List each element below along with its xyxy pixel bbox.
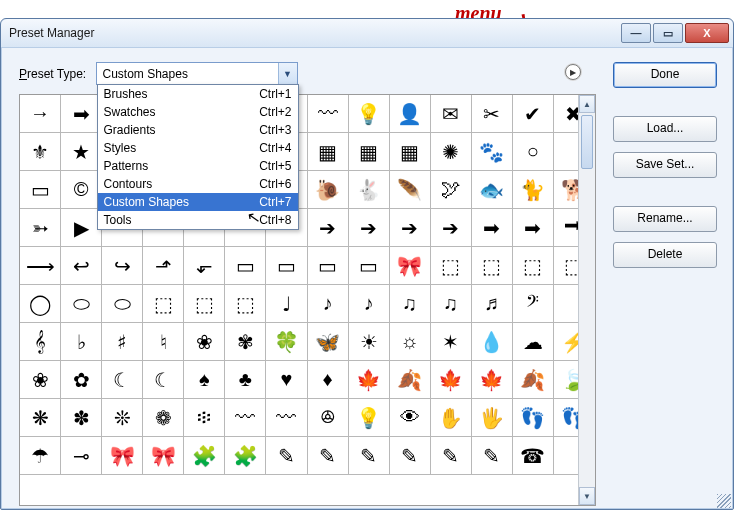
shape-cell[interactable]: ↪ [102, 247, 143, 285]
shape-cell[interactable]: ❋ [20, 399, 61, 437]
shape-cell[interactable]: ➔ [308, 209, 349, 247]
dropdown-item[interactable]: ToolsCtrl+8 [98, 211, 298, 229]
shape-cell[interactable]: ✾ [225, 323, 266, 361]
shape-cell[interactable]: 🍁 [472, 361, 513, 399]
shape-cell[interactable]: ⚜ [20, 133, 61, 171]
shape-cell[interactable]: ♯ [102, 323, 143, 361]
shape-cell[interactable]: ▭ [225, 247, 266, 285]
scrollbar[interactable]: ▲ ▼ [578, 95, 595, 505]
shape-cell[interactable]: ⊸ [61, 437, 102, 475]
shape-cell[interactable]: 〰 [266, 399, 307, 437]
shape-cell[interactable]: 🐌 [308, 171, 349, 209]
shape-cell[interactable]: 🍂 [513, 361, 554, 399]
shape-cell[interactable]: ❁ [143, 399, 184, 437]
shape-cell[interactable]: 𝄢 [513, 285, 554, 323]
shape-cell[interactable]: ⬚ [225, 285, 266, 323]
shape-cell[interactable]: ꔮ [308, 399, 349, 437]
shape-cell[interactable]: ✽ [61, 399, 102, 437]
scrollbar-thumb[interactable] [581, 115, 593, 169]
done-button[interactable]: Done [613, 62, 717, 88]
shape-cell[interactable]: ⬚ [184, 285, 225, 323]
shape-cell[interactable]: ♫ [390, 285, 431, 323]
shape-cell[interactable]: ⬭ [102, 285, 143, 323]
shape-cell[interactable]: ♫ [431, 285, 472, 323]
shape-cell[interactable]: ▭ [308, 247, 349, 285]
titlebar[interactable]: Preset Manager — ▭ X [1, 19, 733, 48]
dropdown-item[interactable]: BrushesCtrl+1 [98, 85, 298, 103]
shape-cell[interactable]: ፨ [184, 399, 225, 437]
shape-cell[interactable]: ♪ [308, 285, 349, 323]
dropdown-item[interactable]: PatternsCtrl+5 [98, 157, 298, 175]
shape-cell[interactable]: ➔ [349, 209, 390, 247]
shape-cell[interactable]: 🕊 [431, 171, 472, 209]
load-button[interactable]: Load... [613, 116, 717, 142]
shape-cell[interactable]: ➔ [431, 209, 472, 247]
shape-cell[interactable]: ✉ [431, 95, 472, 133]
shape-cell[interactable]: ▭ [349, 247, 390, 285]
shape-cell[interactable]: 🐇 [349, 171, 390, 209]
scroll-up-button[interactable]: ▲ [579, 95, 595, 113]
shape-cell[interactable]: ✶ [431, 323, 472, 361]
shape-cell[interactable]: ☀ [349, 323, 390, 361]
shape-cell[interactable]: ⬚ [472, 247, 513, 285]
shape-cell[interactable]: 🧩 [225, 437, 266, 475]
shape-cell[interactable]: ♩ [266, 285, 307, 323]
chevron-down-icon[interactable]: ▼ [278, 63, 297, 84]
shape-cell[interactable]: 🧩 [184, 437, 225, 475]
shape-cell[interactable]: ✎ [390, 437, 431, 475]
shape-cell[interactable]: 👁 [390, 399, 431, 437]
shape-cell[interactable]: ♣ [225, 361, 266, 399]
shape-cell[interactable]: ⬐ [184, 247, 225, 285]
shape-cell[interactable]: ▭ [266, 247, 307, 285]
dropdown-item[interactable]: ContoursCtrl+6 [98, 175, 298, 193]
shape-cell[interactable]: 🪶 [390, 171, 431, 209]
shape-cell[interactable]: ⬏ [143, 247, 184, 285]
shape-cell[interactable]: ✎ [349, 437, 390, 475]
shape-cell[interactable]: → [20, 95, 61, 133]
shape-cell[interactable]: ❊ [102, 399, 143, 437]
shape-cell[interactable]: ⬚ [143, 285, 184, 323]
dropdown-item[interactable]: GradientsCtrl+3 [98, 121, 298, 139]
shape-cell[interactable]: 🖐 [472, 399, 513, 437]
shape-cell[interactable]: 🎀 [390, 247, 431, 285]
close-button[interactable]: X [685, 23, 729, 43]
maximize-button[interactable]: ▭ [653, 23, 683, 43]
shape-cell[interactable]: ➔ [390, 209, 431, 247]
shape-cell[interactable]: ⬚ [431, 247, 472, 285]
flyout-menu-button[interactable]: ▶ [565, 64, 581, 80]
shape-cell[interactable]: ♪ [349, 285, 390, 323]
shape-cell[interactable]: 💡 [349, 95, 390, 133]
shape-cell[interactable]: 🍀 [266, 323, 307, 361]
shape-cell[interactable]: ☎ [513, 437, 554, 475]
shape-cell[interactable]: ▦ [390, 133, 431, 171]
shape-cell[interactable]: 🦋 [308, 323, 349, 361]
minimize-button[interactable]: — [621, 23, 651, 43]
shape-cell[interactable]: 〰 [308, 95, 349, 133]
shape-cell[interactable]: ↩ [61, 247, 102, 285]
shape-cell[interactable]: 💡 [349, 399, 390, 437]
shape-cell[interactable]: ❀ [184, 323, 225, 361]
shape-cell[interactable]: 🍁 [431, 361, 472, 399]
shape-cell[interactable]: ⟶ [20, 247, 61, 285]
shape-cell[interactable]: 👤 [390, 95, 431, 133]
shape-cell[interactable]: ▦ [308, 133, 349, 171]
shape-cell[interactable]: ♥ [266, 361, 307, 399]
resize-grip-icon[interactable] [717, 494, 731, 508]
shape-cell[interactable]: 🐟 [472, 171, 513, 209]
shape-cell[interactable]: ☾ [143, 361, 184, 399]
preset-type-dropdown[interactable]: BrushesCtrl+1SwatchesCtrl+2GradientsCtrl… [97, 84, 299, 230]
rename-button[interactable]: Rename... [613, 206, 717, 232]
shape-cell[interactable]: ♮ [143, 323, 184, 361]
shape-cell[interactable]: ✎ [431, 437, 472, 475]
shape-cell[interactable]: 𝄞 [20, 323, 61, 361]
scroll-down-button[interactable]: ▼ [579, 487, 595, 505]
delete-button[interactable]: Delete [613, 242, 717, 268]
shape-cell[interactable]: ♭ [61, 323, 102, 361]
shape-cell[interactable]: ☁ [513, 323, 554, 361]
shape-cell[interactable]: ✔ [513, 95, 554, 133]
shape-cell[interactable]: ✎ [266, 437, 307, 475]
shape-cell[interactable]: ✋ [431, 399, 472, 437]
shape-cell[interactable]: ➡ [513, 209, 554, 247]
shape-cell[interactable]: ☾ [102, 361, 143, 399]
shape-cell[interactable]: 🐈 [513, 171, 554, 209]
